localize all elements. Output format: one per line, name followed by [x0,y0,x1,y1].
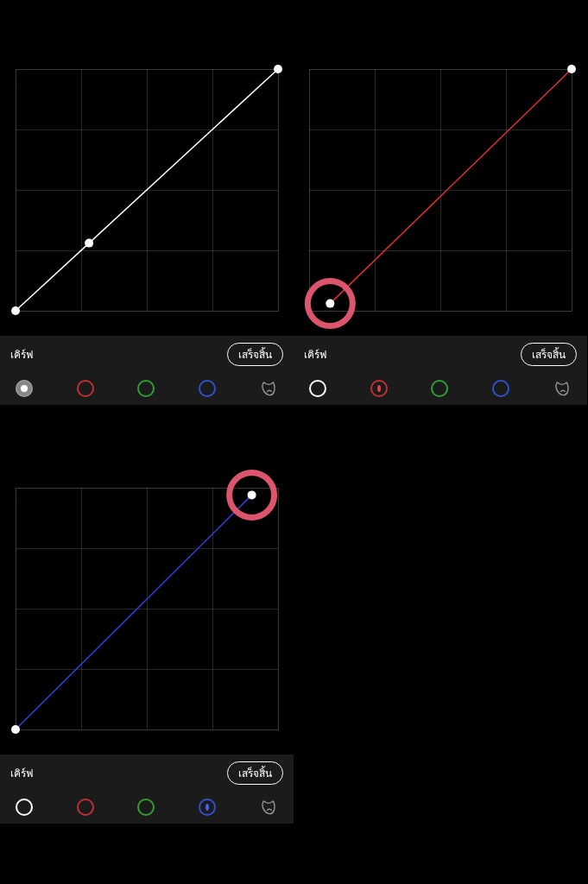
curve-grid [309,69,572,311]
reset-curve-icon[interactable] [553,379,572,398]
channel-blue-button[interactable] [199,799,216,816]
curve-panel-red: เคิร์ฟเสร็จสิ้น [294,0,587,419]
curve-control-point[interactable] [567,65,576,73]
curve-panel-lum: เคิร์ฟเสร็จสิ้น [0,0,294,419]
curve-grid [16,488,278,729]
tone-curve-line[interactable] [330,69,572,304]
curve-control-point[interactable] [11,306,20,315]
channel-blue-button[interactable] [492,380,509,397]
curve-control-point[interactable] [274,65,282,73]
channel-green-button[interactable] [137,799,155,816]
curve-toolbar: เคิร์ฟเสร็จสิ้น [0,755,294,824]
channel-red-button[interactable] [77,380,94,397]
curve-graph[interactable] [309,69,572,311]
curve-section-label: เคิร์ฟ [10,346,33,363]
done-button[interactable]: เสร็จสิ้น [227,343,283,366]
reset-curve-icon[interactable] [259,379,278,398]
curve-control-point[interactable] [11,725,20,734]
channel-green-button[interactable] [431,380,448,397]
curve-section-label: เคิร์ฟ [304,346,326,363]
channel-blue-button[interactable] [199,380,216,397]
channel-red-button[interactable] [77,799,94,816]
done-button[interactable]: เสร็จสิ้น [227,761,283,785]
tone-curve-line[interactable] [16,495,252,729]
curve-control-point[interactable] [85,239,93,248]
channel-lum-button[interactable] [16,380,33,397]
reset-curve-icon[interactable] [259,798,278,817]
channel-lum-button[interactable] [309,380,326,397]
channel-green-button[interactable] [137,380,155,397]
curve-toolbar: เคิร์ฟเสร็จสิ้น [0,336,294,405]
curve-graph[interactable] [16,69,278,311]
curve-graph[interactable] [16,488,278,729]
curve-section-label: เคิร์ฟ [10,765,33,781]
done-button[interactable]: เสร็จสิ้น [521,343,577,366]
curve-control-point[interactable] [326,300,334,308]
curve-panel-blue: เคิร์ฟเสร็จสิ้น [0,419,294,837]
curve-toolbar: เคิร์ฟเสร็จสิ้น [294,336,587,405]
channel-lum-button[interactable] [16,799,33,816]
curve-control-point[interactable] [248,490,256,499]
channel-red-button[interactable] [370,380,388,397]
